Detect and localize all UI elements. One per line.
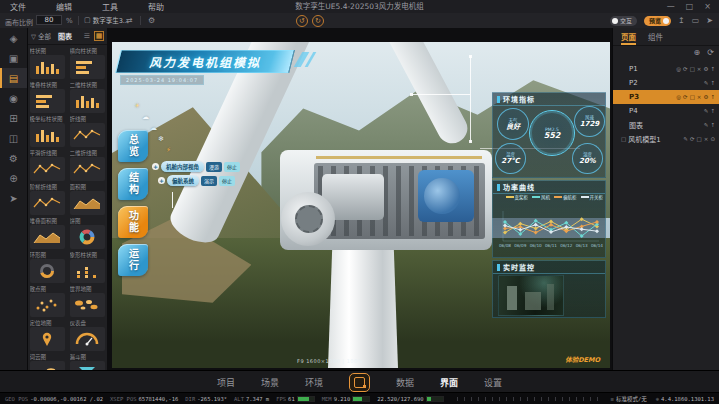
preview-toggle[interactable]: 预览 bbox=[644, 16, 671, 26]
plus-node-icon[interactable]: + bbox=[158, 177, 165, 184]
callout-label[interactable]: 偏航系统 bbox=[167, 175, 199, 186]
chart-tile[interactable]: 二维折线图 bbox=[70, 150, 106, 181]
chart-tile[interactable]: 极坐标柱状图 bbox=[30, 116, 66, 147]
chart-tile[interactable]: 阶梯折线图 bbox=[30, 184, 66, 215]
chart-tile[interactable]: 定位地图 bbox=[30, 320, 66, 351]
close-button[interactable]: × bbox=[704, 2, 711, 11]
row-action-icon[interactable]: ✎ bbox=[704, 122, 709, 128]
row-action-icon[interactable]: ↑ bbox=[710, 94, 715, 100]
bottom-tab-设置[interactable]: 设置 bbox=[484, 376, 502, 389]
row-action-icon[interactable]: ↑ bbox=[710, 108, 715, 114]
row-action-icon[interactable]: ✎ bbox=[704, 80, 709, 86]
chart-tile[interactable]: 面积图 bbox=[70, 184, 106, 215]
lightning-icon[interactable]: ⚡ bbox=[166, 146, 171, 154]
page-row[interactable]: □风机模型1✎⟳□×⊙ bbox=[613, 132, 719, 146]
row-action-icon[interactable]: ◎ bbox=[676, 94, 681, 100]
legend-item[interactable]: 变桨柜 bbox=[506, 194, 529, 200]
menu-item[interactable]: 文件 bbox=[10, 1, 26, 12]
callout-button[interactable]: 演示 bbox=[201, 176, 217, 186]
row-action-icon[interactable]: □ bbox=[697, 136, 702, 142]
bottom-tab-环境[interactable]: 环境 bbox=[305, 376, 323, 389]
hud-menu-4[interactable]: 运行 bbox=[118, 244, 148, 276]
row-action-icon[interactable]: ↑ bbox=[710, 80, 715, 86]
legend-item[interactable]: 开关柜 bbox=[581, 194, 604, 200]
menu-item[interactable]: 帮助 bbox=[148, 1, 164, 12]
menu-item[interactable]: 工具 bbox=[102, 1, 118, 12]
row-action-icon[interactable]: ⊙ bbox=[710, 136, 715, 142]
frame-icon[interactable]: ◉ bbox=[0, 88, 27, 108]
callout-button[interactable]: 停止 bbox=[224, 162, 240, 172]
row-action-icon[interactable]: ◎ bbox=[676, 66, 681, 72]
send-icon[interactable]: ➤ bbox=[706, 16, 713, 25]
display-icon[interactable]: ▭ bbox=[692, 16, 700, 25]
tab-组件[interactable]: 组件 bbox=[648, 31, 663, 45]
plus-node-icon[interactable]: + bbox=[152, 163, 159, 170]
callout-button[interactable]: 停止 bbox=[219, 176, 235, 186]
list-view-icon[interactable]: ☰ bbox=[82, 31, 92, 41]
filter-dropdown[interactable]: ▽ 全部 bbox=[31, 31, 51, 41]
publish-icon[interactable]: ↥ bbox=[678, 16, 685, 25]
chart-tile[interactable]: 仪表盘 bbox=[70, 320, 106, 351]
bottom-tab-场景[interactable]: 场景 bbox=[261, 376, 279, 389]
monitor-video-thumbnail[interactable] bbox=[498, 275, 564, 316]
swap-icon[interactable]: ⇄ bbox=[126, 16, 133, 25]
node-graph-icon[interactable]: ◈ bbox=[0, 28, 27, 48]
chart-tile[interactable]: 世界地图 bbox=[70, 286, 106, 317]
chart-library-icon[interactable]: ▤ bbox=[0, 68, 27, 88]
chart-tile[interactable]: 柱状图 bbox=[30, 48, 66, 79]
refresh-icon[interactable]: ⟳ bbox=[707, 48, 714, 57]
bottom-tab-项目[interactable]: 项目 bbox=[217, 376, 235, 389]
row-action-icon[interactable]: ⚙ bbox=[703, 94, 708, 100]
settings-icon[interactable]: ⚙ bbox=[0, 148, 27, 168]
row-action-icon[interactable]: × bbox=[704, 136, 709, 142]
chart-tile[interactable]: 漏斗图 bbox=[70, 354, 106, 370]
chart-tile[interactable]: 二维柱状图 bbox=[70, 82, 106, 113]
chart-tile[interactable]: 堆叠面积图 bbox=[30, 218, 66, 249]
minimize-button[interactable]: — bbox=[667, 2, 675, 11]
row-action-icon[interactable]: × bbox=[697, 94, 702, 100]
add-icon[interactable]: ⊕ bbox=[0, 168, 27, 188]
bottom-tab-数据[interactable]: 数据 bbox=[396, 376, 414, 389]
row-action-icon[interactable]: ↑ bbox=[710, 66, 715, 72]
visibility-box-icon[interactable]: □ bbox=[621, 136, 626, 142]
row-action-icon[interactable]: × bbox=[697, 66, 702, 72]
export-icon[interactable]: ➤ bbox=[0, 188, 27, 208]
hud-menu-2[interactable]: 结构 bbox=[118, 168, 148, 200]
maximize-button[interactable]: □ bbox=[686, 2, 694, 11]
page-row[interactable]: P1◎⟳□×⚙↑ bbox=[613, 62, 719, 76]
interact-toggle[interactable]: 交互 bbox=[610, 16, 637, 26]
redo-icon[interactable]: ↻ bbox=[312, 15, 324, 27]
callout-button[interactable]: 漫游 bbox=[206, 162, 222, 172]
menu-item[interactable]: 编辑 bbox=[56, 1, 72, 12]
chart-tile[interactable]: 横向柱状图 bbox=[70, 48, 106, 79]
canvas-scale-input[interactable] bbox=[36, 15, 62, 25]
bottom-tab-界面[interactable]: 界面 bbox=[440, 376, 458, 389]
callout-label[interactable]: 机舱内部视角 bbox=[161, 161, 204, 172]
row-action-icon[interactable]: ⟳ bbox=[690, 136, 695, 142]
hud-menu-3[interactable]: 功能 bbox=[118, 206, 148, 238]
chart-tile[interactable]: 堆叠柱状图 bbox=[30, 82, 66, 113]
snow-icon[interactable]: ❄ bbox=[158, 135, 164, 143]
row-action-icon[interactable]: ⟳ bbox=[683, 94, 688, 100]
tab-页面[interactable]: 页面 bbox=[621, 31, 636, 45]
page-row[interactable]: P3◎⟳□×⚙↑ bbox=[613, 90, 719, 104]
chart-tile[interactable]: 散点图 bbox=[30, 286, 66, 317]
row-action-icon[interactable]: ⚙ bbox=[703, 66, 708, 72]
toolbar-settings-icon[interactable]: ⚙ bbox=[148, 16, 155, 25]
hud-menu-1[interactable]: 总览 bbox=[118, 130, 148, 162]
app-logo[interactable] bbox=[349, 373, 370, 392]
page-row[interactable]: 图表✎↑ bbox=[613, 118, 719, 132]
row-action-icon[interactable]: ↑ bbox=[710, 122, 715, 128]
table-icon[interactable]: ⊞ bbox=[0, 108, 27, 128]
grid-view-icon[interactable]: ▦ bbox=[94, 31, 104, 41]
cloud-icon-2[interactable]: ☁ bbox=[150, 124, 157, 132]
project-chip[interactable]: ▢ 数字孪生3... bbox=[84, 15, 129, 25]
chart-tile[interactable]: 词云图 bbox=[30, 354, 66, 370]
row-action-icon[interactable]: ✎ bbox=[704, 108, 709, 114]
chart-tile[interactable]: 象形柱状图 bbox=[70, 252, 106, 283]
chart-tile[interactable]: 平滑折线图 bbox=[30, 150, 66, 181]
viewport-3d[interactable]: 风力发电机组模拟 2025-03-24 19:04:07 ☀☁☁❄⚡ 总览结构功… bbox=[112, 42, 610, 368]
scene-icon[interactable]: ▣ bbox=[0, 48, 27, 68]
add-page-icon[interactable]: ⊕ bbox=[694, 48, 701, 57]
undo-icon[interactable]: ↺ bbox=[296, 15, 308, 27]
